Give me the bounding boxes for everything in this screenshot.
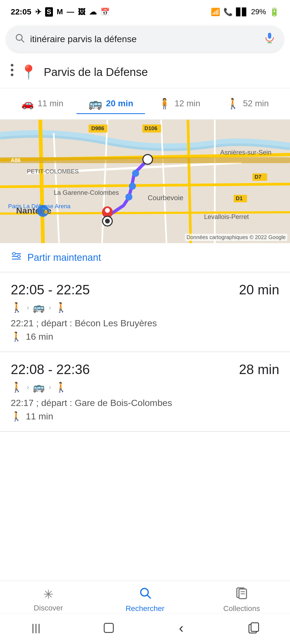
status-time: 22:05 — [11, 7, 31, 16]
dot1 — [11, 64, 13, 67]
status-right: 📶 📞 ▊▊ 29% 🔋 — [211, 7, 279, 17]
route-time-1: 22:05 - 22:25 — [11, 282, 90, 298]
phone-icon: 📞 — [223, 8, 233, 16]
svg-text:D7: D7 — [255, 174, 262, 180]
discover-icon: ✳ — [43, 587, 54, 602]
map-container[interactable]: A86 D986 D106 D7 D1 PETIT-COLOMBES La Ga… — [0, 120, 290, 243]
svg-text:Asnières-sur-Sein: Asnières-sur-Sein — [220, 149, 271, 156]
svg-text:A86: A86 — [11, 157, 21, 163]
search-bar-container: itinéraire parvis la défense — [0, 21, 290, 56]
android-back-btn[interactable]: ‹ — [171, 620, 192, 636]
route-walk-2: 🚶 11 min — [11, 411, 279, 422]
svg-point-25 — [143, 155, 153, 164]
svg-point-30 — [105, 208, 110, 213]
transit-icon: 🚌 — [88, 97, 102, 110]
svg-point-32 — [105, 219, 110, 224]
tab-car[interactable]: 🚗 11 min — [8, 94, 77, 114]
route-card-1[interactable]: 22:05 - 22:25 20 min 🚶 › 🚌 › 🚶 22:21 ; d… — [0, 272, 290, 352]
android-recent-btn[interactable] — [243, 620, 264, 636]
bike-time: 12 min — [175, 98, 200, 108]
walk-duration-1: 16 min — [26, 331, 53, 342]
svg-rect-44 — [104, 623, 113, 632]
route-time-2: 22:08 - 22:36 — [11, 362, 90, 377]
walk-icon-1: 🚶 — [11, 302, 23, 313]
walk-icon-5: 🚶 — [55, 382, 67, 393]
car-time: 11 min — [38, 98, 63, 108]
svg-point-36 — [13, 253, 15, 255]
car-icon: 🚗 — [21, 98, 34, 109]
svg-rect-4 — [267, 42, 272, 43]
destination-row: 📍 Parvis de la Défense — [0, 56, 290, 88]
android-nav: ||| ‹ — [0, 613, 290, 644]
walk-time: 52 min — [243, 98, 269, 108]
walk-icon-2: 🚶 — [55, 302, 67, 313]
route-header-1: 22:05 - 22:25 20 min — [11, 282, 279, 298]
android-menu-btn[interactable]: ||| — [26, 620, 47, 636]
depart-row[interactable]: Partir maintenant — [0, 243, 290, 272]
route-detail-2: 22:17 ; départ : Gare de Bois-Colombes — [11, 398, 279, 408]
cloud-icon: ☁ — [89, 8, 97, 16]
collections-icon — [235, 586, 248, 602]
walk-icon: 🚶 — [227, 98, 239, 109]
chevron-icon-2: › — [49, 303, 51, 312]
svg-text:D106: D106 — [144, 125, 157, 131]
route-card-2[interactable]: 22:08 - 22:36 28 min 🚶 › 🚌 › 🚶 22:17 ; d… — [0, 352, 290, 432]
map-copyright: Données cartographiques © 2022 Google — [185, 234, 287, 241]
route-icons-2: 🚶 › 🚌 › 🚶 — [11, 382, 279, 393]
mail-icon: M — [57, 8, 63, 16]
svg-text:🎭: 🎭 — [41, 207, 48, 214]
svg-rect-46 — [251, 623, 259, 631]
route-duration-2: 28 min — [239, 362, 279, 377]
wifi-icon: 📶 — [211, 8, 220, 16]
nav-discover-label: Discover — [34, 604, 63, 612]
walk-icon-3: 🚶 — [11, 331, 22, 342]
search-nav-icon — [139, 586, 151, 602]
bus-icon-2: 🚌 — [33, 382, 45, 393]
chevron-icon-3: › — [27, 383, 29, 391]
destination-label: Parvis de la Défense — [44, 66, 148, 79]
nav-search[interactable]: Rechercher — [97, 586, 193, 613]
svg-point-26 — [132, 170, 139, 177]
svg-point-28 — [125, 193, 132, 200]
signal-icon: ✈ — [35, 8, 41, 16]
walk-icon-4: 🚶 — [11, 382, 23, 393]
filter-icon — [11, 251, 22, 264]
svg-text:D986: D986 — [91, 125, 104, 131]
bottom-nav: ✳ Discover Rechercher Collections — [0, 581, 290, 617]
signal-bars-icon: ▊▊ — [236, 8, 248, 16]
android-home-btn[interactable] — [98, 620, 119, 636]
depart-label[interactable]: Partir maintenant — [27, 252, 101, 263]
svg-point-27 — [129, 183, 136, 190]
svg-point-37 — [17, 255, 20, 258]
bike-icon: 🧍 — [158, 98, 171, 109]
battery-level: 29% — [251, 8, 266, 16]
search-query[interactable]: itinéraire parvis la défense — [30, 34, 258, 44]
svg-line-39 — [147, 595, 150, 598]
nav-collections-label: Collections — [223, 604, 260, 613]
nav-collections[interactable]: Collections — [193, 586, 290, 613]
svg-text:D1: D1 — [236, 195, 243, 201]
calendar-icon: 📅 — [100, 8, 110, 16]
bus-icon-1: 🚌 — [33, 302, 45, 313]
chevron-icon-1: › — [27, 303, 29, 312]
chevron-icon-4: › — [49, 383, 51, 391]
tab-bike[interactable]: 🧍 12 min — [145, 94, 213, 114]
walk-icon-6: 🚶 — [11, 411, 22, 422]
pin-icon: 📍 — [20, 64, 37, 80]
walk-duration-2: 11 min — [26, 411, 53, 422]
image-icon: 🖼 — [78, 8, 85, 16]
route-icons-1: 🚶 › 🚌 › 🚶 — [11, 302, 279, 313]
dot3 — [11, 74, 13, 76]
transit-time: 20 min — [106, 98, 133, 108]
dot2 — [11, 69, 13, 71]
nav-discover[interactable]: ✳ Discover — [0, 587, 97, 612]
svg-text:Levallois-Perret: Levallois-Perret — [204, 213, 249, 220]
tab-transit[interactable]: 🚌 20 min — [77, 94, 145, 114]
svg-rect-35 — [12, 259, 21, 259]
search-icon — [15, 33, 25, 45]
search-bar[interactable]: itinéraire parvis la défense — [6, 26, 284, 52]
svg-text:La Garenne-Colombes: La Garenne-Colombes — [54, 189, 119, 196]
mic-icon[interactable] — [264, 32, 276, 46]
tab-walk[interactable]: 🚶 52 min — [213, 94, 282, 114]
svg-text:PETIT-COLOMBES: PETIT-COLOMBES — [27, 168, 79, 175]
